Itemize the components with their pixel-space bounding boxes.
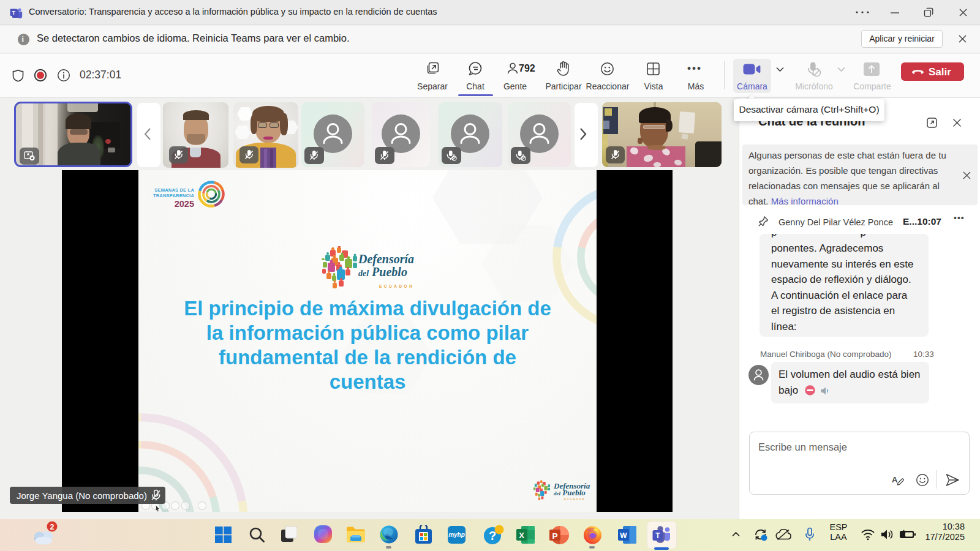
svg-text:P: P — [552, 531, 557, 541]
svg-text:X: X — [519, 531, 524, 540]
svg-text:T: T — [655, 531, 660, 540]
svg-text:2: 2 — [50, 523, 55, 531]
svg-text:W: W — [620, 531, 627, 540]
svg-text:T: T — [12, 10, 16, 16]
svg-text:A: A — [892, 475, 898, 484]
